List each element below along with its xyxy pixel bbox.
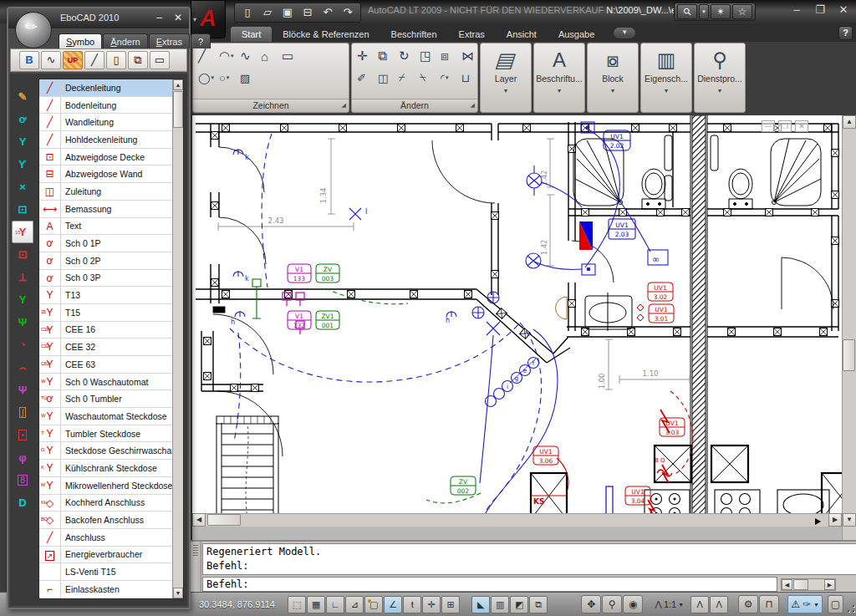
ribbon-minimize-caret[interactable]: ▼ — [614, 28, 635, 38]
ducs-toggle[interactable]: ŧ — [403, 596, 421, 613]
symbol-list-item[interactable]: ơSch 0 3P — [39, 270, 172, 288]
polar-toggle[interactable]: ⊿ — [345, 596, 364, 613]
polyline-icon[interactable]: ∿ — [238, 45, 258, 67]
symbol-list-item[interactable]: ơSch 0 1P — [39, 235, 172, 252]
curve-tool[interactable]: ∿ — [41, 51, 61, 69]
erase-icon[interactable]: ✐ — [355, 69, 375, 87]
symbol-list-item[interactable]: 15YT15 — [39, 304, 172, 322]
plug-magenta-icon[interactable]: Ψ — [12, 379, 33, 401]
move-icon[interactable]: ✛ — [355, 45, 375, 67]
lineweight-toggle[interactable]: ⊞ — [441, 596, 460, 613]
symbol-list-item[interactable]: KH◇Kochherd Anschluss — [39, 495, 172, 512]
symbol-list-item[interactable]: ⌐Einlasskasten — [39, 581, 172, 598]
doc-restore-icon[interactable]: ❐ — [778, 120, 792, 132]
command-line-grip[interactable] — [191, 542, 201, 593]
vscroll-thumb[interactable] — [843, 339, 855, 371]
bold-tool[interactable]: B — [19, 51, 39, 69]
plug-green-icon[interactable]: Ψ — [12, 311, 33, 333]
symbol-list-item[interactable]: ╱Wandleitung — [39, 114, 172, 131]
scroll-left-icon[interactable]: ◀ — [782, 579, 792, 590]
marker-tool-icon[interactable]: ✎ — [12, 85, 33, 108]
ortho-toggle[interactable]: ∟ — [326, 596, 344, 613]
close-button[interactable]: ✕ — [836, 3, 851, 16]
symbol-list-item[interactable]: LS-Venti T15 — [39, 563, 172, 581]
symbol-list-item[interactable]: ◫Zuleitung — [39, 183, 172, 201]
circle-icon[interactable]: ◯▾ — [196, 69, 217, 87]
rotate-icon[interactable]: ↻ — [397, 45, 417, 67]
scroll-up-icon[interactable]: ▲ — [173, 79, 183, 90]
horizontal-scrollbar[interactable]: ◀ ▶ — [192, 513, 842, 527]
scale-icon[interactable]: ⧈ — [439, 45, 459, 67]
tab-ausgabe[interactable]: Ausgabe — [548, 27, 605, 42]
tab-extras[interactable]: Extras — [448, 27, 496, 42]
panel-aendern-footer[interactable]: Ändern◢ — [352, 99, 477, 112]
tab-start[interactable]: Start — [231, 27, 272, 42]
favorites-star-icon[interactable]: ☆ — [732, 4, 752, 19]
quickview-button[interactable]: ⧉ — [529, 596, 548, 613]
symbol-list-item[interactable]: YT13 — [39, 287, 172, 304]
communication-center-icon[interactable]: ✴ — [711, 4, 731, 19]
hscroll-thumb[interactable] — [207, 514, 241, 526]
symbol-list-item[interactable]: WYSch 0 Waschautomat — [39, 374, 172, 391]
scroll-left-icon[interactable]: ◀ — [192, 513, 206, 527]
abzweigdose-icon[interactable]: ⊡ — [12, 243, 33, 266]
socket-cyan-icon[interactable]: Y — [12, 130, 33, 153]
lock-button[interactable]: ⊓ — [759, 595, 779, 613]
palette-scroll-thumb[interactable] — [173, 91, 183, 128]
otrack-toggle[interactable]: ∠ — [384, 596, 402, 613]
pan-button[interactable]: ✥ — [581, 595, 601, 613]
s-box-icon[interactable]: ∫ — [12, 401, 33, 424]
socket-green-icon[interactable]: Y — [12, 288, 33, 311]
resize-grip[interactable] — [848, 595, 856, 613]
panel-zeichnen-footer[interactable]: Zeichnen◢ — [193, 99, 349, 112]
doc-close-icon[interactable]: ✕ — [795, 120, 808, 132]
workspace-gear-button[interactable]: ⚙ — [738, 595, 758, 613]
symbol-list-item[interactable]: BO◇Backofen Anschluss — [39, 512, 172, 529]
beschriftung-panel[interactable]: ABeschriftu...▾ — [533, 43, 585, 113]
annotation-visibility-button[interactable]: Λ — [690, 596, 709, 613]
vertical-scrollbar[interactable]: ▲ ▼ — [842, 115, 856, 540]
line-tool[interactable]: ╱ — [84, 51, 104, 69]
tab-ansicht[interactable]: Ansicht — [496, 27, 548, 42]
open-file-icon[interactable]: ▱ — [258, 4, 277, 21]
tab-beschriften[interactable]: Beschriften — [380, 27, 448, 42]
minimize-button[interactable]: – — [789, 3, 804, 16]
symbol-list-item[interactable]: C16YCEE 16 — [39, 322, 172, 339]
dienstprogramme-panel[interactable]: ⚲Dienstpro...▾ — [694, 43, 746, 113]
new-sheet-tool[interactable]: ▯ — [106, 51, 126, 69]
scroll-right-icon[interactable]: ▶ — [828, 513, 842, 527]
polygon-icon[interactable]: ⌂ — [259, 45, 279, 67]
symbol-list-item[interactable]: ơSch 0 2P — [39, 252, 172, 270]
symbol-list-item[interactable]: C63YCEE 63 — [39, 356, 172, 374]
symbol-list-item[interactable]: AText — [39, 218, 172, 236]
palette-tab-?[interactable]: ? — [191, 33, 211, 48]
copy-icon[interactable]: ⧉ — [376, 45, 396, 67]
clean-screen-button[interactable]: ▢ — [828, 595, 843, 613]
t15-selected-icon[interactable]: 15Y — [12, 221, 33, 243]
symbol-list-item[interactable]: ⊟Abzweigdose Wand — [39, 165, 172, 183]
zoom-button[interactable]: ⚲ — [602, 595, 622, 613]
symbol-list[interactable]: ╱Deckenleitung╱Bodenleitung╱Wandleitung╱… — [38, 79, 184, 599]
new-file-icon[interactable]: ▯ — [238, 4, 257, 21]
eight-box-icon[interactable]: 8 — [12, 469, 33, 491]
save-icon[interactable]: ▣ — [278, 4, 297, 21]
rect-tool[interactable]: ▭ — [150, 51, 170, 69]
redo-icon[interactable]: ↷ — [339, 4, 357, 21]
steeringwheel-button[interactable]: ◉ — [623, 595, 643, 613]
socket-variant-icon[interactable]: Ƴ — [12, 153, 33, 176]
layout-button[interactable]: ▥ — [491, 596, 509, 613]
command-hscrollbar[interactable]: ◀ ▶ — [781, 578, 836, 591]
hatch-icon[interactable]: ▨ — [238, 69, 258, 87]
symbol-list-item[interactable]: ⊡Abzweigdose Decke — [39, 149, 172, 166]
annotation-scale[interactable]: Λ 1:1 ▼ — [655, 598, 684, 611]
annotation-autoscale-button[interactable]: Λ — [710, 596, 728, 613]
dot-box-icon[interactable]: • — [12, 424, 33, 446]
search-icon[interactable]: ⚲ — [677, 4, 697, 19]
ground-icon[interactable]: ⟂ — [12, 266, 33, 288]
symbol-list-item[interactable]: WYWaschautomat Steckdose — [39, 408, 172, 425]
palette-scrollbar[interactable]: ▲ ▼ — [172, 79, 183, 598]
status-toggle-tray[interactable]: ⚠ ✑ ▼ — [787, 595, 823, 613]
grid-toggle[interactable]: ▦ — [307, 596, 325, 613]
scroll-up-icon[interactable]: ▲ — [843, 115, 856, 129]
eigenschaften-panel[interactable]: ▥Eigensch...▾ — [640, 43, 692, 113]
